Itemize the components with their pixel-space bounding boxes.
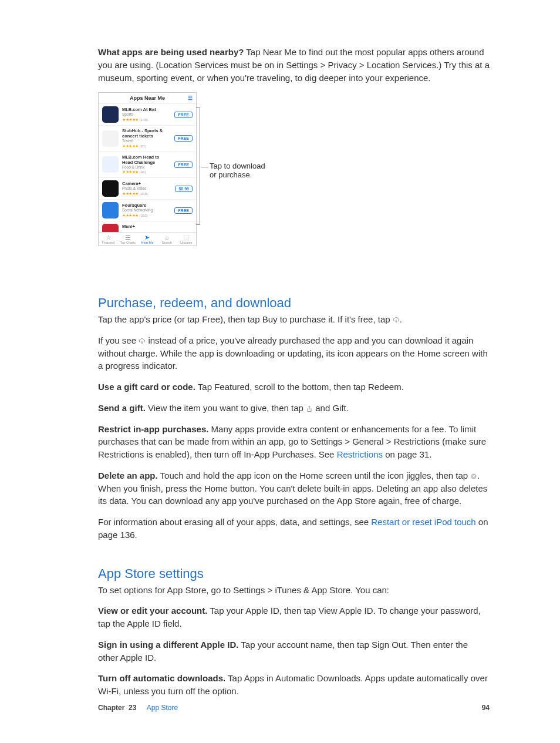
callout-bracket	[196, 107, 200, 225]
s1-p7: For information about erasing all of you…	[98, 516, 490, 542]
app-name: MLB.com At Bat	[122, 107, 171, 112]
tab-bar: ☆Featured ☰Top Charts ➤Near Me ⌕Search ⬚…	[99, 232, 196, 246]
app-row[interactable]: StubHub - Sports & concert ticketsTravel…	[99, 126, 196, 152]
s2-p2: View or edit your account. Tap your Appl…	[98, 604, 490, 630]
intro-paragraph: What apps are being used nearby? Tap Nea…	[98, 46, 490, 84]
app-row[interactable]: MLB.com At BatSports★★★★★ (148)FREE	[99, 104, 196, 126]
app-stars: ★★★★★	[122, 144, 139, 148]
star-icon: ☆	[99, 234, 118, 241]
partial-app-row: Muni+	[99, 221, 196, 232]
app-info: Camera+Photo & Video★★★★★ (268)	[122, 181, 171, 196]
phone-title: Apps Near Me	[130, 95, 165, 101]
app-name: Foursquare	[122, 203, 171, 208]
phone-screenshot: Apps Near Me ☰ MLB.com At BatSports★★★★★…	[98, 92, 197, 246]
tab-featured[interactable]: ☆Featured	[99, 234, 118, 244]
app-rating-count: (252)	[140, 214, 148, 217]
s1-p6: Delete an app. Touch and hold the app ic…	[98, 469, 490, 507]
app-category: Travel	[122, 139, 171, 143]
page-number: 94	[482, 704, 490, 712]
app-name: StubHub - Sports & concert tickets	[122, 128, 171, 139]
tab-search[interactable]: ⌕Search	[157, 234, 177, 244]
app-info: StubHub - Sports & concert ticketsTravel…	[122, 128, 171, 149]
s1-p4: Send a gift. View the item you want to g…	[98, 402, 490, 415]
app-category: Food & Drink	[122, 165, 171, 170]
cloud-download-icon	[139, 338, 146, 345]
app-category: Photo & Video	[122, 186, 171, 191]
share-icon	[306, 405, 313, 412]
app-rating-count: (20)	[140, 144, 146, 148]
app-icon	[102, 156, 119, 173]
app-icon	[102, 106, 119, 123]
app-icon	[102, 224, 119, 232]
tab-top-charts[interactable]: ☰Top Charts	[118, 234, 137, 244]
search-icon: ⌕	[157, 234, 177, 241]
callout-text: Tap to download or purchase.	[210, 162, 265, 179]
s1-p2: If you see instead of a price, you've al…	[98, 334, 490, 372]
app-price-button[interactable]: FREE	[174, 207, 193, 214]
app-row[interactable]: Camera+Photo & Video★★★★★ (268)$0.99	[99, 178, 196, 200]
list-icon: ☰	[118, 234, 137, 241]
page-footer: Chapter 23 App Store 94	[98, 704, 490, 712]
app-info: MLB.com At BatSports★★★★★ (148)	[122, 107, 171, 122]
location-icon: ➤	[137, 234, 157, 241]
app-rating-count: (42)	[140, 170, 146, 174]
s2-p3: Sign in using a different Apple ID. Tap …	[98, 638, 490, 664]
partial-app-name: Muni+	[122, 224, 193, 229]
s1-p1: Tap the app's price (or tap Free), then …	[98, 313, 490, 326]
app-name: Camera+	[122, 181, 171, 186]
app-price-button[interactable]: FREE	[174, 162, 193, 168]
s2-p1: To set options for App Store, go to Sett…	[98, 584, 490, 597]
app-info: FoursquareSocial Networking★★★★★ (252)	[122, 203, 171, 218]
s1-p3: Use a gift card or code. Tap Featured, s…	[98, 381, 490, 394]
phone-header: Apps Near Me ☰	[99, 93, 196, 104]
app-rating-count: (268)	[140, 192, 148, 196]
section-heading-settings: App Store settings	[98, 566, 490, 581]
s1-p5: Restrict in-app purchases. Many apps pro…	[98, 423, 490, 461]
app-price-button[interactable]: FREE	[174, 135, 193, 142]
restrictions-link[interactable]: Restrictions	[337, 449, 383, 459]
app-price-button[interactable]: $0.99	[175, 186, 193, 192]
app-row[interactable]: MLB.com Head to Head ChallengeFood & Dri…	[99, 152, 196, 178]
tab-updates[interactable]: ⬚Updates	[177, 234, 196, 244]
app-row[interactable]: FoursquareSocial Networking★★★★★ (252)FR…	[99, 200, 196, 221]
app-stars: ★★★★★	[122, 213, 139, 217]
app-name: MLB.com Head to Head Challenge	[122, 154, 171, 165]
app-stars: ★★★★★	[122, 170, 139, 174]
restart-reset-link[interactable]: Restart or reset iPod touch	[371, 517, 475, 527]
tab-near-me[interactable]: ➤Near Me	[137, 234, 157, 244]
app-icon	[102, 180, 119, 197]
app-rating-count: (148)	[140, 118, 148, 122]
delete-x-icon	[470, 473, 477, 480]
apps-near-me-figure: Apps Near Me ☰ MLB.com At BatSports★★★★★…	[98, 92, 490, 246]
app-category: Social Networking	[122, 208, 171, 213]
updates-icon: ⬚	[177, 234, 196, 241]
app-category: Sports	[122, 112, 171, 117]
app-icon	[102, 202, 119, 218]
footer-chapter-name: App Store	[147, 704, 178, 712]
section-heading-purchase: Purchase, redeem, and download	[98, 295, 490, 311]
app-stars: ★★★★★	[122, 117, 139, 122]
cloud-download-icon	[393, 317, 400, 324]
s2-p4: Turn off automatic downloads. Tap Apps i…	[98, 672, 490, 698]
app-info: MLB.com Head to Head ChallengeFood & Dri…	[122, 154, 171, 175]
app-icon	[102, 130, 119, 147]
intro-lead: What apps are being used nearby?	[98, 47, 244, 57]
app-price-button[interactable]: FREE	[174, 112, 193, 118]
list-toggle-icon: ☰	[188, 95, 193, 101]
app-stars: ★★★★★	[122, 191, 139, 196]
